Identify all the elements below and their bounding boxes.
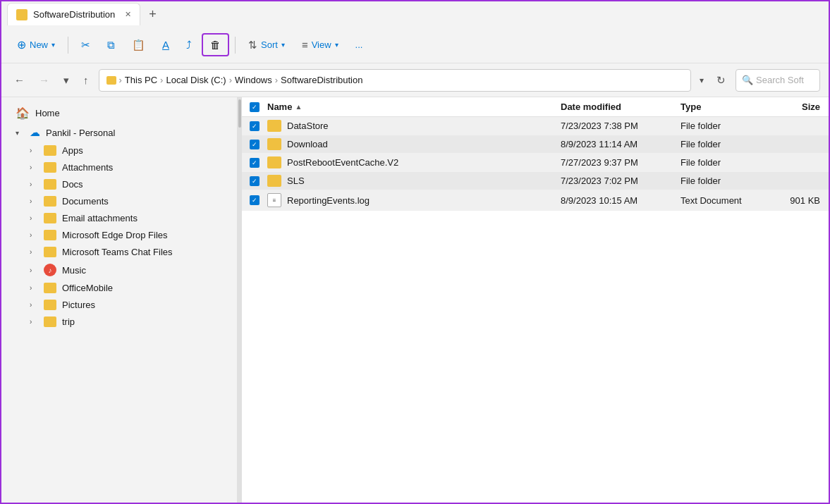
apps-chevron-icon: › <box>30 147 38 154</box>
email-attachments-chevron-icon: › <box>30 214 38 222</box>
header-date[interactable]: Date modified <box>561 102 681 112</box>
row-check-sls[interactable] <box>242 176 267 186</box>
path-sep-1: › <box>119 75 122 85</box>
refresh-button[interactable]: ↻ <box>712 71 730 90</box>
new-label: New <box>30 39 48 50</box>
address-dropdown-button[interactable]: ▾ <box>697 73 707 88</box>
file-list-header: Name ▲ Date modified Type Size <box>242 97 829 117</box>
table-row[interactable]: Download 8/9/2023 11:14 AM File folder <box>242 135 829 154</box>
toolbar: ⊕ New ▾ ✂ ⧉ 📋 A ⤴ 🗑 ⇅ Sort ▾ ≡ <box>1 27 829 63</box>
reportingevents-label: ReportingEvents.log <box>287 195 370 206</box>
row-checkbox-postreboot[interactable] <box>250 158 260 168</box>
copy-button[interactable]: ⧉ <box>100 35 122 55</box>
content-area: 🏠 Home ▾ ☁ Pankil - Personal › Apps › At… <box>1 97 829 503</box>
music-icon: ♪ <box>44 264 56 276</box>
table-row[interactable]: PostRebootEventCache.V2 7/27/2023 9:37 P… <box>242 154 829 172</box>
sidebar-trip-label: trip <box>62 316 226 327</box>
share-button[interactable]: ⤴ <box>179 35 199 54</box>
header-checkbox[interactable] <box>250 102 260 112</box>
new-button[interactable]: ⊕ New ▾ <box>10 35 62 55</box>
sidebar-pictures-label: Pictures <box>62 300 226 310</box>
row-type-postreboot: File folder <box>681 157 772 168</box>
back-button[interactable]: ← <box>10 71 29 89</box>
recent-locations-button[interactable]: ▾ <box>59 71 73 90</box>
address-path[interactable]: › This PC › Local Disk (C:) › Windows › … <box>99 69 692 92</box>
new-plus-icon: ⊕ <box>17 38 26 51</box>
teams-chevron-icon: › <box>30 248 38 256</box>
cut-button[interactable]: ✂ <box>74 35 97 55</box>
pictures-chevron-icon: › <box>30 301 38 309</box>
search-box[interactable]: 🔍 Search Soft <box>736 69 820 92</box>
sidebar-item-documents[interactable]: › Documents <box>4 193 234 209</box>
sidebar-item-apps[interactable]: › Apps <box>4 142 234 159</box>
table-row[interactable]: DataStore 7/23/2023 7:38 PM File folder <box>242 117 829 135</box>
new-tab-button[interactable]: + <box>143 7 162 22</box>
path-this-pc[interactable]: This PC <box>125 75 157 85</box>
sidebar: 🏠 Home ▾ ☁ Pankil - Personal › Apps › At… <box>1 97 238 503</box>
header-type[interactable]: Type <box>681 102 772 112</box>
row-checkbox-download[interactable] <box>250 140 260 149</box>
path-local-disk[interactable]: Local Disk (C:) <box>166 75 226 85</box>
attachments-chevron-icon: › <box>30 164 38 171</box>
path-softwaredistribution[interactable]: SoftwareDistribution <box>281 75 362 85</box>
row-checkbox-datastore[interactable] <box>250 121 260 131</box>
row-check-reportingevents[interactable] <box>242 195 267 205</box>
row-name-postreboot: PostRebootEventCache.V2 <box>267 156 561 168</box>
row-checkbox-reportingevents[interactable] <box>250 195 260 205</box>
datastore-label: DataStore <box>287 121 329 131</box>
sidebar-item-pictures[interactable]: › Pictures <box>4 297 234 313</box>
up-button[interactable]: ↑ <box>79 71 93 89</box>
header-check[interactable] <box>242 102 267 112</box>
attachments-folder-icon <box>44 162 56 173</box>
sort-button[interactable]: ⇅ Sort ▾ <box>241 35 292 55</box>
tab-bar: SoftwareDistribution ✕ + <box>1 1 829 27</box>
tab-softwaredistribution[interactable]: SoftwareDistribution ✕ <box>7 3 140 25</box>
postreboot-folder-icon <box>267 156 281 168</box>
table-row[interactable]: ≡ ReportingEvents.log 8/9/2023 10:15 AM … <box>242 190 829 211</box>
sidebar-item-docs[interactable]: › Docs <box>4 176 234 192</box>
path-sep-2: › <box>160 75 163 85</box>
share-icon: ⤴ <box>186 39 192 51</box>
forward-button[interactable]: → <box>35 71 54 89</box>
reportingevents-file-icon: ≡ <box>267 193 281 207</box>
trip-folder-icon <box>44 316 56 327</box>
sidebar-item-edge-drop[interactable]: › Microsoft Edge Drop Files <box>4 227 234 243</box>
sidebar-item-email-attachments[interactable]: › Email attachments <box>4 210 234 226</box>
sidebar-item-home[interactable]: 🏠 Home <box>4 104 234 123</box>
row-name-reportingevents: ≡ ReportingEvents.log <box>267 193 561 207</box>
sidebar-item-cloud-account[interactable]: ▾ ☁ Pankil - Personal <box>4 123 234 142</box>
row-check-download[interactable] <box>242 140 267 149</box>
row-checkbox-sls[interactable] <box>250 176 260 186</box>
sidebar-item-officemobile[interactable]: › OfficeMobile <box>4 280 234 296</box>
row-date-postreboot: 7/27/2023 9:37 PM <box>561 157 681 168</box>
table-row[interactable]: SLS 7/23/2023 7:02 PM File folder <box>242 172 829 190</box>
paste-button[interactable]: 📋 <box>125 35 152 55</box>
delete-icon: 🗑 <box>210 39 221 51</box>
download-label: Download <box>287 139 328 149</box>
row-name-datastore: DataStore <box>267 120 561 132</box>
tab-label: SoftwareDistribution <box>33 9 115 20</box>
rename-button[interactable]: A <box>155 35 176 54</box>
sidebar-item-teams[interactable]: › Microsoft Teams Chat Files <box>4 244 234 260</box>
tab-folder-icon <box>16 9 28 20</box>
tab-close-button[interactable]: ✕ <box>125 10 131 19</box>
header-name-label: Name <box>267 102 292 112</box>
sidebar-item-trip[interactable]: › trip <box>4 314 234 330</box>
header-size[interactable]: Size <box>772 102 829 112</box>
header-type-label: Type <box>681 102 701 112</box>
sls-folder-icon <box>267 175 281 187</box>
delete-button[interactable]: 🗑 <box>202 33 229 56</box>
view-button[interactable]: ≡ View ▾ <box>295 35 346 54</box>
home-icon: 🏠 <box>16 106 30 120</box>
row-check-postreboot[interactable] <box>242 158 267 168</box>
file-list: Name ▲ Date modified Type Size <box>242 97 829 503</box>
sidebar-item-attachments[interactable]: › Attachments <box>4 159 234 176</box>
sidebar-item-music[interactable]: › ♪ Music <box>4 261 234 279</box>
header-name[interactable]: Name ▲ <box>267 102 561 112</box>
more-button[interactable]: ... <box>348 36 370 54</box>
search-placeholder: Search Soft <box>756 75 804 85</box>
path-windows[interactable]: Windows <box>235 75 272 85</box>
address-bar: ← → ▾ ↑ › This PC › Local Disk (C:) › Wi… <box>1 63 829 97</box>
row-check-datastore[interactable] <box>242 121 267 131</box>
sidebar-docs-label: Docs <box>62 179 226 190</box>
